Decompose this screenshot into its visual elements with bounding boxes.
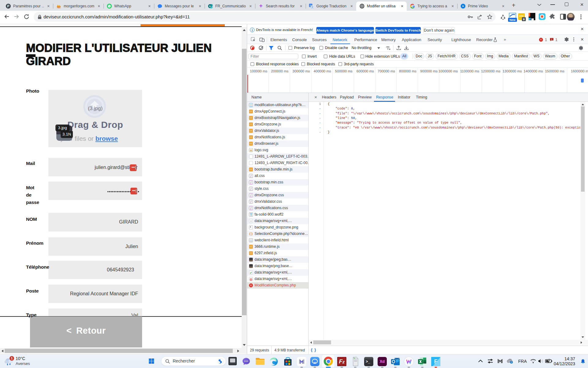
svg-text:PMA: PMA xyxy=(57,7,61,9)
svg-text:文: 文 xyxy=(311,6,314,9)
svg-text:S: S xyxy=(209,5,211,8)
